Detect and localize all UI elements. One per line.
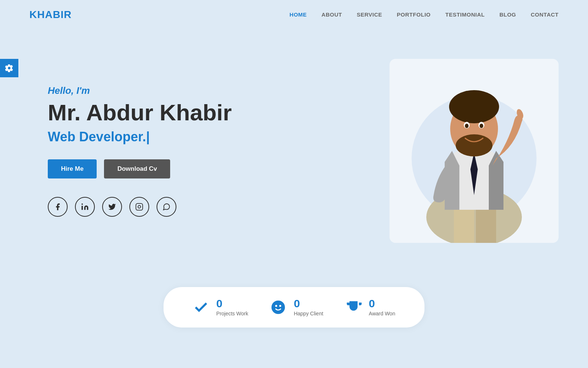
facebook-icon	[54, 203, 62, 211]
whatsapp-icon	[162, 203, 171, 211]
projects-count: 0	[216, 298, 223, 309]
nav-item-contact[interactable]: CONTACT	[531, 11, 559, 18]
projects-label: Projects Work	[216, 311, 248, 316]
stat-clients: 0 Happy Client	[270, 298, 323, 316]
download-cv-button[interactable]: Download Cv	[104, 159, 170, 178]
twitter-icon	[108, 203, 116, 211]
name-heading: Mr. Abdur Khabir	[48, 100, 368, 125]
stat-clients-info: 0 Happy Client	[294, 298, 323, 316]
hero-section: Hello, I'm Mr. Abdur Khabir Web Develope…	[0, 29, 588, 280]
stat-projects-info: 0 Projects Work	[216, 298, 248, 316]
nav-item-home[interactable]: HOME	[290, 11, 307, 18]
stat-projects: 0 Projects Work	[193, 298, 248, 316]
nav-links: HOME ABOUT SERVICE PORTFOLIO TESTIMONIAL…	[290, 11, 559, 18]
smile-icon	[270, 299, 286, 315]
stat-awards-info: 0 Award Won	[369, 298, 395, 316]
greeting-text: Hello, I'm	[48, 85, 368, 96]
twitter-icon-button[interactable]	[102, 197, 122, 217]
stats-section: 0 Projects Work 0 Happy Client	[0, 280, 588, 342]
nav-item-about[interactable]: ABOUT	[322, 11, 342, 18]
awards-label: Award Won	[369, 311, 395, 316]
hero-person-illustration	[397, 63, 551, 243]
nav-item-blog[interactable]: BLOG	[499, 11, 516, 18]
nav-link-portfolio[interactable]: PORTFOLIO	[397, 11, 431, 18]
smile-icon-container	[270, 299, 286, 315]
svg-point-16	[272, 301, 285, 314]
hero-content: Hello, I'm Mr. Abdur Khabir Web Develope…	[48, 85, 390, 216]
check-icon	[193, 299, 209, 315]
svg-rect-1	[136, 203, 143, 210]
hero-image-container	[390, 59, 559, 243]
nav-link-about[interactable]: ABOUT	[322, 11, 342, 18]
trophy-icon-container	[345, 299, 362, 315]
svg-point-17	[275, 305, 277, 307]
nav-link-home[interactable]: HOME	[290, 11, 307, 18]
nav-link-blog[interactable]: BLOG	[499, 11, 516, 18]
check-icon-container	[193, 299, 209, 315]
nav-link-service[interactable]: SERVICE	[357, 11, 382, 18]
awards-count: 0	[369, 298, 375, 309]
trophy-icon	[345, 299, 362, 315]
whatsapp-icon-button[interactable]	[157, 197, 176, 217]
nav-item-testimonial[interactable]: TESTIMONIAL	[445, 11, 485, 18]
social-icons-group	[48, 197, 368, 217]
stats-card: 0 Projects Work 0 Happy Client	[164, 287, 425, 328]
clients-count: 0	[294, 298, 300, 309]
brand-logo[interactable]: KHABIR	[29, 9, 72, 21]
clients-label: Happy Client	[294, 311, 323, 316]
cta-buttons: Hire Me Download Cv	[48, 159, 368, 178]
svg-point-18	[279, 305, 282, 307]
svg-point-0	[82, 203, 83, 205]
nav-link-testimonial[interactable]: TESTIMONIAL	[445, 11, 485, 18]
instagram-icon	[135, 203, 143, 211]
gear-icon	[5, 64, 14, 72]
nav-link-contact[interactable]: CONTACT	[531, 11, 559, 18]
linkedin-icon-button[interactable]	[75, 197, 95, 217]
role-heading: Web Developer.|	[48, 129, 368, 145]
nav-item-portfolio[interactable]: PORTFOLIO	[397, 11, 431, 18]
svg-point-10	[456, 134, 492, 156]
hire-me-button[interactable]: Hire Me	[48, 159, 97, 178]
stat-awards: 0 Award Won	[345, 298, 395, 316]
nav-item-service[interactable]: SERVICE	[357, 11, 382, 18]
navbar: KHABIR HOME ABOUT SERVICE PORTFOLIO TEST…	[0, 0, 588, 29]
facebook-icon-button[interactable]	[48, 197, 68, 217]
linkedin-icon	[81, 203, 89, 211]
svg-point-13	[465, 124, 469, 128]
svg-point-14	[480, 124, 483, 128]
instagram-icon-button[interactable]	[129, 197, 149, 217]
svg-point-9	[449, 90, 499, 123]
settings-button[interactable]	[0, 59, 18, 77]
